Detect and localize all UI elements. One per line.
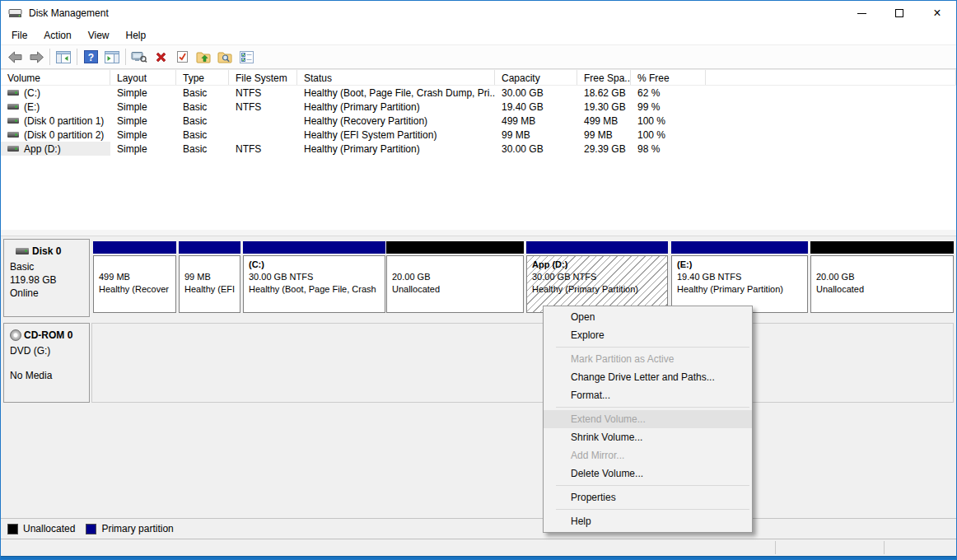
column-header-status[interactable]: Status [297, 70, 495, 85]
partition-recovery[interactable]: 499 MB Healthy (Recover [93, 241, 176, 315]
folder-up-icon [196, 51, 211, 63]
legend-label: Primary partition [101, 523, 173, 534]
disk0-name: Disk 0 [32, 245, 61, 257]
menu-separator [556, 509, 749, 510]
menu-item-shrink-volume[interactable]: Shrink Volume... [544, 428, 752, 446]
menu-item-change-drive-letter[interactable]: Change Drive Letter and Paths... [544, 368, 752, 386]
partition-d-selected[interactable]: App (D:) 30.00 GB NTFS Healthy (Primary … [526, 241, 668, 315]
cell-pct-free: 98 % [631, 142, 706, 156]
menu-item-extend-volume: Extend Volume... [544, 410, 752, 428]
cell-status: Healthy (EFI System Partition) [297, 128, 495, 142]
cell-free-space: 99 MB [577, 128, 631, 142]
cdrom-media-area[interactable] [91, 323, 954, 403]
cell-file-system: NTFS [229, 142, 297, 156]
status-divider [884, 541, 885, 554]
partition-unallocated-1[interactable]: 20.00 GB Unallocated [386, 241, 524, 315]
partition-efi[interactable]: 99 MB Healthy (EFI [179, 241, 240, 315]
menu-item-mark-partition-active: Mark Partition as Active [544, 350, 752, 368]
table-row[interactable]: (E:) Simple Basic NTFS Healthy (Primary … [1, 100, 956, 114]
partition-status: Healthy (Primary Partition) [532, 283, 667, 296]
table-row[interactable]: (Disk 0 partition 2) Simple Basic Health… [1, 128, 956, 142]
partition-size: 20.00 GB [392, 271, 523, 283]
disk0-info-panel[interactable]: Disk 0 Basic 119.98 GB Online [3, 239, 90, 317]
close-icon: × [933, 7, 941, 20]
table-row[interactable]: (C:) Simple Basic NTFS Healthy (Boot, Pa… [1, 86, 956, 100]
menu-item-explore[interactable]: Explore [544, 326, 752, 344]
cell-pct-free: 100 % [631, 114, 706, 128]
explore-folder-button[interactable] [214, 47, 236, 67]
minimize-button[interactable] [843, 1, 880, 26]
partition-size: 19.40 GB NTFS [677, 271, 807, 283]
forward-button[interactable] [26, 47, 47, 67]
cdrom-info-panel[interactable]: CD-ROM 0 DVD (G:) No Media [3, 323, 90, 403]
partition-c[interactable]: (C:) 30.00 GB NTFS Healthy (Boot, Page F… [243, 241, 385, 315]
open-folder-button[interactable] [193, 47, 214, 67]
column-header-capacity[interactable]: Capacity [495, 70, 577, 85]
partition-size: 499 MB [99, 271, 175, 283]
partition-size: 20.00 GB [816, 271, 953, 283]
menu-item-open[interactable]: Open [544, 308, 752, 326]
show-console-tree-button[interactable] [53, 47, 74, 67]
cell-type: Basic [176, 142, 229, 156]
cell-free-space: 499 MB [577, 114, 631, 128]
menu-file[interactable]: File [3, 26, 35, 44]
delete-volume-button[interactable] [150, 47, 171, 67]
cell-free-space: 29.39 GB [577, 142, 631, 156]
menu-item-delete-volume[interactable]: Delete Volume... [544, 464, 752, 483]
partition-e[interactable]: (E:) 19.40 GB NTFS Healthy (Primary Part… [671, 241, 808, 315]
close-button[interactable]: × [918, 1, 956, 26]
partition-status: Healthy (Recover [99, 283, 175, 296]
table-row[interactable]: (Disk 0 partition 1) Simple Basic Health… [1, 114, 956, 128]
cell-pct-free: 62 % [631, 86, 706, 100]
menu-view[interactable]: View [80, 26, 118, 44]
maximize-button[interactable] [880, 1, 918, 26]
cell-status: Healthy (Primary Partition) [297, 100, 495, 114]
column-header-layout[interactable]: Layout [110, 70, 176, 85]
app-disk-icon [8, 7, 22, 19]
partition-type-bar [243, 241, 385, 254]
check-document-icon [176, 50, 189, 63]
partition-type-bar [179, 241, 240, 254]
menu-item-format[interactable]: Format... [544, 386, 752, 404]
cell-file-system: NTFS [229, 100, 297, 114]
partition-unallocated-2[interactable]: 20.00 GB Unallocated [810, 241, 954, 315]
cell-layout: Simple [110, 86, 176, 100]
computer-search-button[interactable] [128, 47, 150, 67]
volume-name: (C:) [24, 87, 40, 99]
cell-free-space: 18.62 GB [577, 86, 631, 100]
delete-icon [155, 51, 167, 63]
column-header-file-system[interactable]: File System [229, 70, 297, 85]
help-button[interactable]: ? [80, 47, 101, 67]
column-header-type[interactable]: Type [176, 70, 229, 85]
partition-type-bar [526, 241, 668, 254]
menu-item-help[interactable]: Help [544, 512, 752, 530]
pane-splitter[interactable] [1, 230, 956, 236]
column-header-free-space[interactable]: Free Spa... [577, 70, 631, 85]
menu-item-properties[interactable]: Properties [544, 488, 752, 506]
volume-drive-icon [7, 90, 19, 96]
window-border-bottom [1, 556, 956, 560]
column-header-volume[interactable]: Volume [1, 70, 110, 85]
toolbar-separator [77, 49, 77, 65]
status-bar [1, 539, 956, 556]
show-action-pane-button[interactable] [101, 47, 123, 67]
cd-rom-icon [10, 329, 21, 341]
cell-status: Healthy (Primary Partition) [297, 142, 495, 156]
volume-drive-icon [7, 132, 19, 138]
cell-type: Basic [176, 128, 229, 142]
check-document-button[interactable] [171, 47, 193, 67]
menu-action[interactable]: Action [35, 26, 79, 44]
properties-button[interactable] [236, 47, 257, 67]
partition-label [392, 259, 523, 271]
menu-help[interactable]: Help [118, 26, 155, 44]
partition-label [99, 259, 175, 271]
toolbar: ? [1, 44, 956, 69]
column-header-pct-free[interactable]: % Free [631, 70, 706, 85]
partition-status: Healthy (Boot, Page File, Crash [249, 283, 385, 296]
table-row-selected[interactable]: App (D:) Simple Basic NTFS Healthy (Prim… [1, 142, 956, 156]
help-icon: ? [84, 50, 98, 63]
cell-pct-free: 100 % [631, 128, 706, 142]
context-menu: Open Explore Mark Partition as Active Ch… [543, 306, 753, 533]
back-button[interactable] [4, 47, 26, 67]
forward-icon [29, 51, 44, 63]
